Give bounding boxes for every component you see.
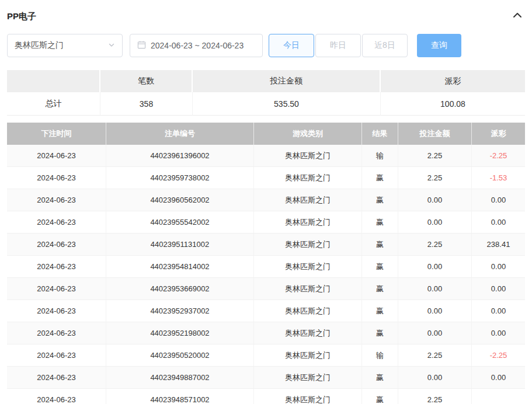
cell-result: 赢 <box>362 300 398 322</box>
cell-payout: 0.00 <box>472 367 525 389</box>
panel-header: PP电子 <box>7 5 525 28</box>
cell-bet-amount: 0.00 <box>398 211 472 234</box>
cell-game-type: 奥林匹斯之门 <box>254 145 362 167</box>
cell-result: 输 <box>362 344 398 367</box>
cell-bet-amount: 0.00 <box>398 278 472 300</box>
cell-bet-amount: 0.00 <box>398 256 472 278</box>
cell-payout: 0.00 <box>472 189 525 211</box>
cell-order-no: 44023949887002 <box>106 367 254 389</box>
cell-bet-time: 2024-06-23 <box>7 211 106 234</box>
quick-filter-yesterday[interactable]: 昨日 <box>315 34 361 57</box>
cell-game-type: 奥林匹斯之门 <box>254 367 362 389</box>
cell-result: 赢 <box>362 189 398 211</box>
cell-game-type: 奥林匹斯之门 <box>254 167 362 189</box>
bets-table: 下注时间 注单编号 游戏类别 结果 投注金额 派彩 2024-06-23 440… <box>7 123 525 404</box>
table-body: 2024-06-23 44023961396002 奥林匹斯之门 输 2.25 … <box>7 145 525 404</box>
summary-total-bet-amount: 535.50 <box>193 92 381 116</box>
col-header-order-no: 注单编号 <box>106 123 254 145</box>
cell-order-no: 44023948571002 <box>106 389 254 404</box>
col-header-bet-amount: 投注金额 <box>398 123 472 145</box>
cell-result: 赢 <box>362 389 398 404</box>
table-row: 2024-06-23 44023950520002 奥林匹斯之门 输 2.25 … <box>7 344 525 367</box>
cell-bet-time: 2024-06-23 <box>7 367 106 389</box>
cell-game-type: 奥林匹斯之门 <box>254 344 362 367</box>
date-range-value: 2024-06-23 ~ 2024-06-23 <box>151 41 244 50</box>
summary-total-count: 358 <box>100 92 193 116</box>
summary-header-row: 笔数 投注金额 派彩 <box>7 70 525 92</box>
table-row: 2024-06-23 44023952198002 奥林匹斯之门 赢 0.00 … <box>7 322 525 344</box>
cell-payout: 238.41 <box>472 234 525 256</box>
cell-game-type: 奥林匹斯之门 <box>254 234 362 256</box>
cell-bet-time: 2024-06-23 <box>7 145 106 167</box>
game-select-value: 奥林匹斯之门 <box>15 40 64 51</box>
cell-bet-time: 2024-06-23 <box>7 256 106 278</box>
cell-bet-amount: 2.25 <box>398 234 472 256</box>
cell-payout: -2.25 <box>472 344 525 367</box>
cell-order-no: 44023959738002 <box>106 167 254 189</box>
chevron-down-icon <box>108 41 115 50</box>
table-row: 2024-06-23 44023951131002 奥林匹斯之门 赢 2.25 … <box>7 234 525 256</box>
cell-result: 赢 <box>362 211 398 234</box>
col-header-bet-time: 下注时间 <box>7 123 106 145</box>
page-title: PP电子 <box>7 11 36 22</box>
cell-payout: -2.25 <box>472 145 525 167</box>
table-row: 2024-06-23 44023961396002 奥林匹斯之门 输 2.25 … <box>7 145 525 167</box>
cell-game-type: 奥林匹斯之门 <box>254 189 362 211</box>
calendar-icon <box>137 40 146 51</box>
summary-total-row: 总计 358 535.50 100.08 <box>7 92 525 116</box>
cell-bet-amount: 2.25 <box>398 145 472 167</box>
cell-game-type: 奥林匹斯之门 <box>254 389 362 404</box>
summary-total-label: 总计 <box>7 92 100 116</box>
table-row: 2024-06-23 44023960562002 奥林匹斯之门 赢 0.00 … <box>7 189 525 211</box>
cell-game-type: 奥林匹斯之门 <box>254 211 362 234</box>
table-row: 2024-06-23 44023955542002 奥林匹斯之门 赢 0.00 … <box>7 211 525 234</box>
cell-order-no: 44023954814002 <box>106 256 254 278</box>
summary-total-payout: 100.08 <box>381 92 525 116</box>
summary-table: 笔数 投注金额 派彩 总计 358 535.50 100.08 <box>7 70 525 116</box>
collapse-button[interactable] <box>510 9 525 24</box>
cell-result: 赢 <box>362 278 398 300</box>
game-select[interactable]: 奥林匹斯之门 <box>7 34 123 57</box>
cell-bet-amount: 2.25 <box>398 344 472 367</box>
cell-result: 赢 <box>362 167 398 189</box>
table-row: 2024-06-23 44023953669002 奥林匹斯之门 赢 0.00 … <box>7 278 525 300</box>
cell-bet-amount: 0.00 <box>398 322 472 344</box>
chevron-up-icon <box>512 11 523 22</box>
cell-result: 赢 <box>362 234 398 256</box>
table-row: 2024-06-23 44023952937002 奥林匹斯之门 赢 0.00 … <box>7 300 525 322</box>
cell-payout <box>472 389 525 404</box>
cell-bet-time: 2024-06-23 <box>7 344 106 367</box>
summary-header-empty <box>7 70 100 92</box>
cell-payout: 0.00 <box>472 256 525 278</box>
table-header-row: 下注时间 注单编号 游戏类别 结果 投注金额 派彩 <box>7 123 525 145</box>
cell-payout: 0.00 <box>472 211 525 234</box>
cell-result: 赢 <box>362 322 398 344</box>
cell-bet-amount: 2.25 <box>398 389 472 404</box>
cell-order-no: 44023952198002 <box>106 322 254 344</box>
col-header-payout: 派彩 <box>472 123 525 145</box>
summary-header-bet-amount: 投注金额 <box>193 70 381 92</box>
cell-bet-time: 2024-06-23 <box>7 234 106 256</box>
table-row: 2024-06-23 44023954814002 奥林匹斯之门 赢 0.00 … <box>7 256 525 278</box>
summary-header-payout: 派彩 <box>381 70 525 92</box>
cell-bet-time: 2024-06-23 <box>7 278 106 300</box>
cell-bet-amount: 0.00 <box>398 189 472 211</box>
cell-order-no: 44023953669002 <box>106 278 254 300</box>
pp-electronic-panel: PP电子 奥林匹斯之门 2024-06-23 ~ 2024-06-23 今日 昨… <box>0 0 532 404</box>
cell-bet-time: 2024-06-23 <box>7 189 106 211</box>
quick-filter-today[interactable]: 今日 <box>269 34 314 57</box>
cell-bet-time: 2024-06-23 <box>7 322 106 344</box>
quick-filter-last8days[interactable]: 近8日 <box>362 34 408 57</box>
cell-result: 赢 <box>362 256 398 278</box>
summary-header-count: 笔数 <box>100 70 193 92</box>
table-row: 2024-06-23 44023959738002 奥林匹斯之门 赢 2.25 … <box>7 167 525 189</box>
cell-bet-time: 2024-06-23 <box>7 389 106 404</box>
date-range-input[interactable]: 2024-06-23 ~ 2024-06-23 <box>130 34 263 57</box>
cell-order-no: 44023955542002 <box>106 211 254 234</box>
cell-result: 输 <box>362 145 398 167</box>
search-button[interactable]: 查询 <box>417 34 461 57</box>
table-row: 2024-06-23 44023948571002 奥林匹斯之门 赢 2.25 <box>7 389 525 404</box>
cell-payout: 0.00 <box>472 300 525 322</box>
cell-bet-time: 2024-06-23 <box>7 300 106 322</box>
cell-payout: -1.53 <box>472 167 525 189</box>
